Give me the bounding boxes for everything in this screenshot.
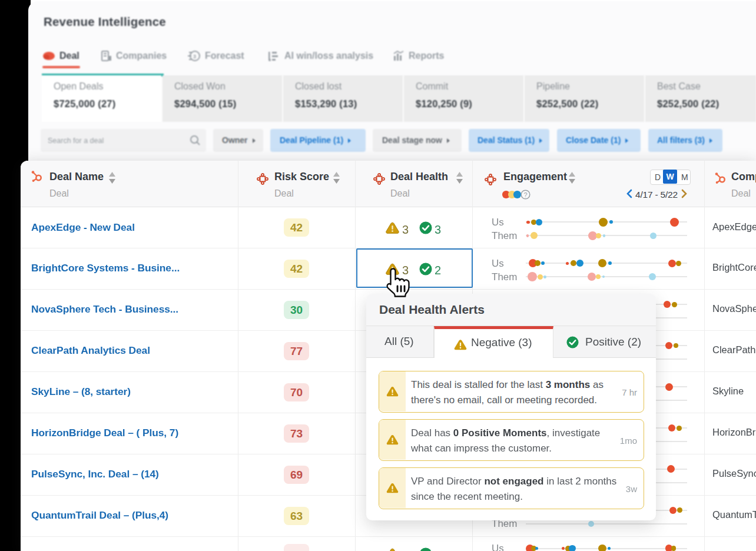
svg-text:3: 3 — [193, 54, 196, 59]
svg-text:?: ? — [524, 191, 528, 198]
